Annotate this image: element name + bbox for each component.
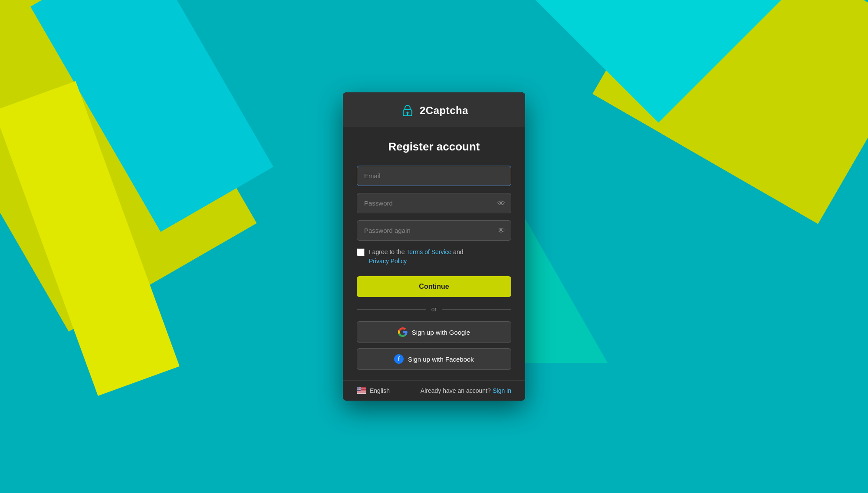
svg-rect-7 [357,391,366,392]
svg-point-31 [358,389,359,390]
us-flag-icon [357,387,366,394]
password-input[interactable] [357,193,511,213]
terms-checkbox[interactable] [357,248,365,256]
svg-point-20 [357,389,358,389]
page-title: Register account [357,140,511,153]
card-body: Register account 👁 👁 I agree to the Term… [343,127,525,380]
svg-point-11 [357,387,358,388]
svg-point-16 [358,388,358,389]
svg-point-12 [358,387,358,388]
svg-point-23 [359,389,360,389]
password-wrapper: 👁 [357,193,511,213]
svg-point-36 [359,390,359,390]
lock-icon [400,103,415,118]
signin-link[interactable]: Sign in [493,387,511,394]
divider-line-left [357,309,426,310]
privacy-link[interactable]: Privacy Policy [369,258,407,264]
google-icon [398,327,408,337]
google-btn-label: Sign up with Google [412,329,470,336]
divider-line-right [442,309,511,310]
google-signup-button[interactable]: Sign up with Google [357,321,511,343]
language-selector[interactable]: English [357,387,390,394]
logo-text: 2Captcha [420,104,468,117]
password-again-wrapper: 👁 [357,220,511,241]
svg-point-33 [360,389,361,390]
svg-point-35 [358,390,358,390]
register-card: 2Captcha Register account 👁 👁 [343,92,525,401]
terms-label: I agree to the Terms of Service and Priv… [369,248,464,266]
svg-point-27 [359,389,359,389]
already-account-text: Already have an account? [421,387,491,394]
svg-rect-8 [357,392,366,392]
signin-prompt: Already have an account? Sign in [421,387,511,395]
svg-point-37 [360,390,360,390]
svg-point-25 [358,389,358,389]
card-footer: English Already have an account? Sign in [343,380,525,401]
divider: or [357,306,511,313]
svg-point-30 [358,389,358,390]
continue-button[interactable]: Continue [357,276,511,297]
terms-row: I agree to the Terms of Service and Priv… [357,248,511,266]
language-label: English [370,387,390,394]
svg-point-21 [358,389,358,389]
email-wrapper [357,166,511,186]
facebook-icon: f [394,354,404,364]
page-center: 2Captcha Register account 👁 👁 [0,0,868,493]
password-eye-icon[interactable]: 👁 [497,199,505,208]
svg-point-22 [358,389,359,389]
svg-point-13 [358,387,359,388]
card-header: 2Captcha [343,92,525,127]
svg-point-34 [358,390,358,390]
facebook-btn-label: Sign up with Facebook [408,356,474,363]
svg-point-26 [358,389,358,389]
terms-link[interactable]: Terms of Service [406,248,451,255]
svg-point-15 [360,387,361,388]
svg-point-18 [359,388,359,389]
svg-point-24 [360,389,361,389]
svg-point-17 [358,388,358,389]
svg-point-28 [360,389,360,389]
svg-rect-9 [357,393,366,394]
email-input[interactable] [357,166,511,186]
password-again-eye-icon[interactable]: 👁 [497,226,505,235]
svg-point-29 [357,389,358,390]
divider-text: or [431,306,437,313]
svg-point-32 [359,389,360,390]
svg-point-19 [360,388,360,389]
facebook-signup-button[interactable]: f Sign up with Facebook [357,348,511,370]
password-again-input[interactable] [357,220,511,241]
svg-point-14 [359,387,360,388]
